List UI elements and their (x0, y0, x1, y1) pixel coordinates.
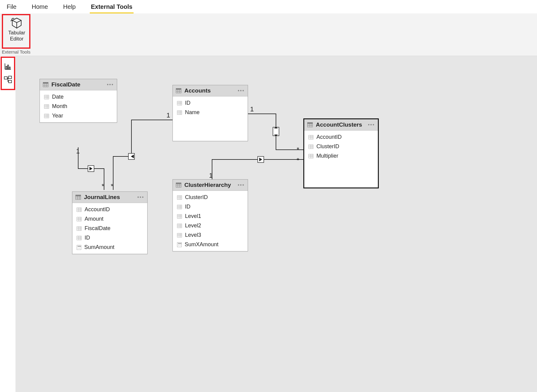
table-icon (176, 183, 181, 187)
column-icon (177, 195, 182, 200)
model-view-button[interactable] (2, 74, 14, 86)
table-header[interactable]: ClusterHierarchy ••• (173, 180, 248, 191)
column-item[interactable]: Level2 (174, 221, 246, 230)
svg-marker-22 (259, 158, 262, 161)
model-canvas[interactable]: 1 * 1 * 1 * 1 * (16, 56, 537, 392)
table-icon (43, 82, 48, 87)
column-icon (77, 208, 82, 212)
table-header[interactable]: JournalLines ••• (72, 192, 147, 203)
column-item[interactable]: ID (174, 202, 246, 212)
column-icon (177, 110, 182, 115)
table-body: AccountID ClusterID Multiplier (304, 131, 378, 163)
table-journallines[interactable]: JournalLines ••• AccountID Amount Fiscal… (72, 191, 148, 254)
svg-text:*: * (297, 146, 299, 153)
table-header[interactable]: FiscalDate ••• (40, 79, 117, 90)
menu-help[interactable]: Help (62, 2, 77, 12)
ribbon-group-label: External Tools (2, 49, 30, 54)
menu-file[interactable]: File (5, 2, 18, 12)
table-title: Accounts (184, 87, 235, 94)
svg-marker-9 (89, 167, 92, 170)
menubar: File Home Help External Tools (0, 0, 537, 13)
column-label: Level1 (185, 213, 201, 219)
column-label: Name (185, 109, 200, 116)
svg-rect-1 (7, 65, 8, 69)
table-body: AccountID Amount FiscalDate ID SumAmount (72, 203, 147, 254)
main-area: 1 * 1 * 1 * 1 * (0, 56, 537, 392)
column-icon (309, 154, 313, 158)
svg-marker-13 (131, 155, 134, 158)
column-item[interactable]: Multiplier (305, 151, 377, 161)
column-item[interactable]: AccountID (74, 205, 146, 214)
tabular-editor-button[interactable]: Tabular Editor (3, 15, 30, 47)
table-icon (75, 195, 81, 200)
column-item[interactable]: Date (41, 92, 116, 102)
column-item[interactable]: Month (41, 102, 116, 111)
column-item[interactable]: ClusterID (174, 193, 246, 202)
svg-text:1: 1 (166, 111, 170, 119)
column-icon (309, 145, 313, 149)
column-item[interactable]: AccountID (305, 132, 377, 142)
column-icon (77, 217, 82, 221)
column-label: ID (185, 100, 190, 106)
svg-rect-3 (4, 77, 7, 79)
tabular-editor-label1: Tabular (8, 30, 25, 36)
report-view-button[interactable] (2, 60, 14, 72)
svg-marker-17 (274, 127, 278, 128)
column-item[interactable]: Amount (74, 214, 146, 224)
bar-chart-icon (4, 62, 12, 70)
svg-text:*: * (297, 156, 299, 164)
model-icon (4, 75, 12, 84)
table-header[interactable]: AccountClusters ••• (304, 119, 378, 131)
column-item[interactable]: Year (41, 111, 116, 121)
column-icon (44, 95, 49, 99)
svg-rect-8 (88, 166, 94, 172)
column-label: ID (185, 204, 190, 210)
column-icon (177, 233, 182, 237)
column-icon (177, 214, 182, 219)
column-item[interactable]: ID (174, 98, 246, 108)
table-icon (176, 88, 181, 93)
more-icon[interactable]: ••• (238, 182, 245, 188)
column-item[interactable]: ID (74, 233, 146, 243)
table-clusterhierarchy[interactable]: ClusterHierarchy ••• ClusterID ID Level1… (173, 179, 248, 251)
column-item[interactable]: Level3 (174, 230, 246, 240)
column-label: AccountID (85, 206, 110, 213)
table-title: JournalLines (84, 194, 134, 201)
table-title: AccountClusters (316, 121, 365, 128)
column-item[interactable]: Level1 (174, 212, 246, 221)
column-icon (77, 236, 82, 240)
tabular-editor-label2: Editor (10, 36, 23, 42)
more-icon[interactable]: ••• (368, 122, 375, 128)
svg-text:*: * (111, 182, 113, 190)
table-body: Date Month Year (40, 90, 117, 122)
more-icon[interactable]: ••• (238, 88, 245, 93)
table-body: ID Name (173, 96, 248, 119)
cube-tool-icon (10, 16, 23, 30)
table-icon (307, 122, 313, 127)
menu-external-tools[interactable]: External Tools (90, 2, 134, 12)
column-item[interactable]: SumXAmount (174, 240, 246, 249)
column-item[interactable]: Name (174, 108, 246, 117)
column-item[interactable]: FiscalDate (74, 224, 146, 233)
table-accountclusters[interactable]: AccountClusters ••• AccountID ClusterID … (303, 118, 379, 188)
svg-rect-0 (6, 66, 7, 69)
column-icon (177, 205, 182, 209)
column-label: Month (52, 103, 67, 110)
ribbon: Tabular Editor External Tools (0, 13, 537, 56)
more-icon[interactable]: ••• (107, 82, 114, 87)
table-title: FiscalDate (51, 81, 104, 88)
svg-text:1: 1 (209, 172, 213, 179)
measure-icon (77, 245, 81, 250)
menu-home[interactable]: Home (30, 2, 49, 12)
more-icon[interactable]: ••• (137, 194, 144, 200)
table-accounts[interactable]: Accounts ••• ID Name (173, 85, 248, 141)
column-item[interactable]: SumAmount (74, 243, 146, 252)
column-label: Amount (85, 216, 103, 222)
table-header[interactable]: Accounts ••• (173, 85, 248, 96)
column-item[interactable]: ClusterID (305, 142, 377, 151)
table-fiscaldate[interactable]: FiscalDate ••• Date Month Year (40, 79, 117, 123)
column-label: Level2 (185, 222, 201, 229)
column-icon (177, 101, 182, 105)
column-label: Multiplier (316, 153, 338, 159)
column-label: ClusterID (185, 194, 208, 201)
